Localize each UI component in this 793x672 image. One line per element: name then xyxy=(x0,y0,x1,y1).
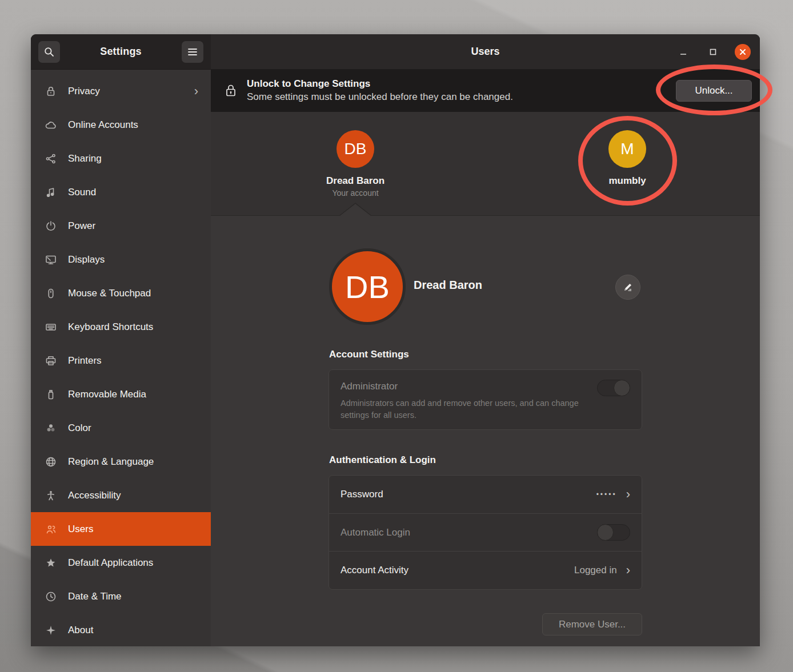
sidebar-item-label: Privacy xyxy=(68,86,194,97)
unlock-banner-subtitle: Some settings must be unlocked before th… xyxy=(247,91,513,103)
administrator-description: Administrators can add and remove other … xyxy=(341,397,580,421)
mouse-icon xyxy=(43,287,58,300)
usb-drive-icon xyxy=(43,388,58,401)
password-value: ••••• xyxy=(596,490,617,498)
share-icon xyxy=(43,152,58,166)
account-settings-card: Administrator Administrators can add and… xyxy=(329,369,642,430)
user-dread-baron[interactable]: DBDread BaronYour account xyxy=(304,130,407,198)
keyboard-icon xyxy=(43,320,58,334)
sidebar-item-region-language[interactable]: Region & Language xyxy=(31,445,211,478)
sidebar-item-sharing[interactable]: Sharing xyxy=(31,142,211,175)
sidebar-item-label: Online Accounts xyxy=(68,119,198,131)
search-icon xyxy=(43,46,55,58)
chevron-right-icon: › xyxy=(626,488,630,501)
sidebar-item-keyboard-shortcuts[interactable]: Keyboard Shortcuts xyxy=(31,310,211,344)
desktop-background: Settings Privacy›Online AccountsSharingS… xyxy=(0,0,793,672)
unlock-banner-title: Unlock to Change Settings xyxy=(247,78,513,91)
sidebar-item-users[interactable]: Users xyxy=(31,512,211,546)
sidebar-item-label: Mouse & Touchpad xyxy=(68,288,198,299)
sidebar-item-removable-media[interactable]: Removable Media xyxy=(31,377,211,411)
account-activity-label: Account Activity xyxy=(341,565,574,576)
administrator-label: Administrator xyxy=(341,381,630,392)
minimize-icon xyxy=(680,49,687,55)
sidebar-item-label: Sound xyxy=(68,187,198,198)
account-activity-value: Logged in xyxy=(574,565,617,576)
hamburger-menu-icon xyxy=(187,48,198,56)
avatar: DB xyxy=(337,130,374,168)
color-icon xyxy=(43,421,58,435)
edit-name-button[interactable] xyxy=(615,275,640,300)
maximize-icon xyxy=(710,49,716,55)
search-button[interactable] xyxy=(38,41,60,63)
sidebar-item-label: Removable Media xyxy=(68,389,198,400)
automatic-login-toggle[interactable] xyxy=(597,524,630,541)
sparkle-icon xyxy=(43,623,58,637)
account-activity-row[interactable]: Account ActivityLogged in› xyxy=(329,551,642,589)
cloud-icon xyxy=(43,118,58,132)
printer-icon xyxy=(43,354,58,368)
menu-button[interactable] xyxy=(182,41,203,63)
sidebar-item-label: Printers xyxy=(68,355,198,367)
sidebar-item-label: Users xyxy=(68,524,198,535)
chevron-right-icon: › xyxy=(626,564,630,577)
sidebar-list: Privacy›Online AccountsSharingSoundPower… xyxy=(31,74,211,646)
sidebar-item-displays[interactable]: Displays xyxy=(31,243,211,276)
close-icon xyxy=(739,49,746,55)
authentication-heading: Authentication & Login xyxy=(329,454,436,466)
user-mumbly[interactable]: Mmumbly xyxy=(576,130,679,187)
sidebar-item-privacy[interactable]: Privacy› xyxy=(31,74,211,108)
user-name: Dread Baron xyxy=(304,175,407,187)
sidebar-item-mouse-touchpad[interactable]: Mouse & Touchpad xyxy=(31,276,211,310)
minimize-button[interactable] xyxy=(675,44,691,60)
globe-icon xyxy=(43,455,58,469)
toggle-knob xyxy=(597,524,614,541)
administrator-toggle[interactable] xyxy=(597,380,630,396)
sidebar-item-label: Default Applications xyxy=(68,557,198,569)
sidebar-item-printers[interactable]: Printers xyxy=(31,344,211,377)
sidebar-item-label: Date & Time xyxy=(68,591,198,602)
password-row[interactable]: Password•••••› xyxy=(329,476,642,513)
content-titlebar: Users xyxy=(211,34,760,70)
sidebar-item-color[interactable]: Color xyxy=(31,411,211,445)
users-icon xyxy=(43,522,58,536)
unlock-banner-text: Unlock to Change Settings Some settings … xyxy=(247,78,513,103)
automatic-login-row[interactable]: Automatic Login xyxy=(329,513,642,552)
unlock-banner: Unlock to Change Settings Some settings … xyxy=(211,70,760,112)
content-pane: Users Unlock t xyxy=(211,34,760,646)
password-label: Password xyxy=(341,489,596,500)
remove-user-button[interactable]: Remove User... xyxy=(542,613,642,635)
sidebar-item-date-time[interactable]: Date & Time xyxy=(31,580,211,613)
sidebar-item-online-accounts[interactable]: Online Accounts xyxy=(31,108,211,142)
settings-window: Settings Privacy›Online AccountsSharingS… xyxy=(31,34,760,646)
sidebar-item-label: Region & Language xyxy=(68,456,198,468)
sidebar-item-label: Keyboard Shortcuts xyxy=(68,321,198,333)
sidebar-item-label: Color xyxy=(68,422,198,434)
clock-icon xyxy=(43,590,58,603)
power-icon xyxy=(43,219,58,233)
unlock-button[interactable]: Unlock... xyxy=(676,80,752,102)
sidebar-item-sound[interactable]: Sound xyxy=(31,175,211,209)
user-name: mumbly xyxy=(576,175,679,187)
chevron-right-icon: › xyxy=(194,85,198,98)
sidebar-item-label: Displays xyxy=(68,254,198,265)
sidebar-item-about[interactable]: About xyxy=(31,613,211,646)
maximize-button[interactable] xyxy=(705,44,721,60)
sidebar-item-label: Power xyxy=(68,220,198,232)
avatar: DB xyxy=(329,248,406,325)
selected-user-notch-fill xyxy=(340,204,371,216)
display-icon xyxy=(43,253,58,267)
toggle-knob xyxy=(614,380,630,396)
close-button[interactable] xyxy=(735,44,751,60)
sidebar-item-power[interactable]: Power xyxy=(31,209,211,243)
sidebar-item-accessibility[interactable]: Accessibility xyxy=(31,478,211,512)
page-title: Users xyxy=(471,46,499,58)
user-carousel: DBDread BaronYour accountMmumbly xyxy=(211,112,760,216)
window-controls xyxy=(675,34,751,70)
accessibility-icon xyxy=(43,489,58,502)
sidebar-item-label: Sharing xyxy=(68,153,198,164)
sidebar-header: Settings xyxy=(31,34,211,70)
sidebar-item-default-applications[interactable]: Default Applications xyxy=(31,546,211,580)
avatar: M xyxy=(608,130,646,168)
account-settings-heading: Account Settings xyxy=(329,349,409,360)
automatic-login-label: Automatic Login xyxy=(341,527,597,538)
